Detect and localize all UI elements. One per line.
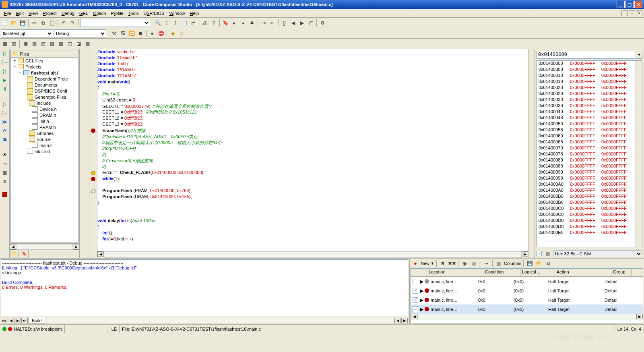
indent-icon[interactable]: ⇥ [260, 19, 268, 27]
tree-dspbios[interactable]: DSP/BIOS Confi [34, 89, 67, 93]
breakpoint-toggle-icon[interactable]: ● [148, 29, 156, 37]
bkpt-export-icon[interactable]: 💾 [526, 259, 534, 267]
view8-icon[interactable]: ◫ [66, 40, 74, 48]
menu-view[interactable]: View [26, 10, 41, 17]
tree-projectname[interactable]: flashtest.pjt ( [30, 70, 58, 75]
bkpt-import-icon[interactable]: 📂 [535, 259, 543, 267]
halt-icon[interactable]: ⏸ [1, 85, 8, 93]
doc-restore-button[interactable]: ▫ [629, 10, 635, 16]
bkpt-col-logical[interactable]: Logical… [520, 269, 555, 276]
output-hscroll-left[interactable]: ◀ [394, 318, 401, 323]
record-icon[interactable] [1, 191, 8, 198]
run-icon[interactable]: ▶ [1, 77, 8, 84]
bkpt-del-icon[interactable]: ✖ [439, 259, 447, 267]
compile-icon[interactable]: ⚒ [110, 29, 118, 37]
bkpt-col-group[interactable]: Group [611, 269, 632, 276]
editor-vscroll[interactable] [528, 49, 535, 258]
menu-debug[interactable]: Debug [59, 10, 77, 17]
output-tab-next[interactable]: ▶ [14, 318, 21, 323]
bookmark-prev-icon[interactable]: ◂ [239, 19, 247, 27]
probe-remove-icon[interactable]: ◇ [178, 29, 186, 37]
tree-file[interactable]: main.c [39, 143, 52, 148]
find-prev-icon[interactable]: ⤴ [171, 19, 180, 27]
tree-file[interactable]: PRAM.h [39, 125, 56, 130]
output-tab-last[interactable]: ⏭ [21, 318, 28, 323]
halt2-icon[interactable]: ✖ [1, 136, 8, 143]
view2-icon[interactable]: ▥ [10, 40, 18, 48]
open-file-icon[interactable]: 📂 [10, 19, 18, 27]
menu-edit[interactable]: Edit [14, 10, 26, 17]
probe-toggle-icon[interactable]: ◆ [169, 29, 177, 37]
watch-icon[interactable]: 👁 [1, 151, 8, 159]
tree-libs[interactable]: Libraries [36, 131, 54, 136]
search-combo[interactable] [80, 19, 150, 27]
find-icon[interactable]: 🔍 [154, 19, 162, 27]
output-hscroll-right[interactable]: ▶ [401, 318, 408, 323]
asm-step-over-icon[interactable]: {→ [1, 110, 8, 117]
menu-tools[interactable]: Tools [126, 10, 141, 17]
menu-window[interactable]: Window [167, 10, 187, 17]
view7-icon[interactable]: ▩ [57, 40, 65, 48]
tree-file[interactable]: DRAM.h [39, 113, 56, 118]
project-combo[interactable]: flashtest.pjt [1, 29, 53, 37]
memory-address-dropdown[interactable]: ▼ [636, 51, 642, 59]
gear-icon[interactable]: ⚙ [318, 19, 326, 27]
memory-view-icon[interactable]: ▦ [543, 250, 551, 258]
help-icon[interactable]: ? [210, 19, 218, 27]
editor-hscroll[interactable]: ◀▶ [97, 251, 528, 258]
match-brace-icon[interactable]: {} [280, 19, 288, 27]
close-button[interactable]: ✕ [634, 1, 642, 8]
breakpoint-remove-icon[interactable]: ⛔ [157, 29, 165, 37]
view4-icon[interactable]: ▤ [30, 40, 38, 48]
tree-file[interactable]: Device.h [39, 107, 57, 112]
copy-icon[interactable]: ⧉ [39, 19, 47, 27]
tree-file[interactable]: Init.h [39, 119, 49, 124]
tree-deps[interactable]: Dependent Proje [34, 77, 68, 81]
view5-icon[interactable]: ▧ [39, 40, 47, 48]
memory-address-input[interactable] [537, 51, 635, 59]
animate-icon[interactable]: ⟳ [1, 127, 8, 135]
find-infiles-icon[interactable]: 📑 [180, 19, 188, 27]
bkpt-col-location[interactable]: Location [427, 269, 483, 276]
bkpt-goto-icon[interactable]: ⇢ [482, 259, 490, 267]
bkpt-col-condition[interactable]: Condition [483, 269, 520, 276]
tree-genfiles[interactable]: Generated Files [34, 95, 66, 99]
bkpt-col-action[interactable]: Action [555, 269, 611, 276]
tree-docs[interactable]: Documents [34, 83, 57, 87]
nav-back-icon[interactable]: ◀ [289, 19, 297, 27]
view3-icon[interactable]: ▣ [21, 40, 29, 48]
tree-hscroll[interactable]: ◀▶ [10, 243, 79, 250]
output-body[interactable]: --------------------------- flashtest.pj… [1, 259, 408, 316]
menu-dspbios[interactable]: DSP/BIOS [141, 10, 167, 17]
step-over-icon[interactable]: {→ [1, 59, 8, 66]
outdent-icon[interactable]: ⇤ [268, 19, 277, 27]
bkpt-cols-icon[interactable]: ▦ [495, 259, 503, 267]
bookmark-next-icon[interactable]: ▸ [230, 19, 238, 27]
bkpt-disable-icon[interactable]: ◎ [470, 259, 478, 267]
editor-gutter[interactable] [89, 49, 97, 258]
step-into-icon[interactable]: {↓ [1, 50, 8, 57]
output-tab-first[interactable]: ⏮ [1, 318, 7, 323]
maximize-button[interactable]: ▢ [625, 1, 634, 8]
tree-include[interactable]: Include [36, 101, 51, 106]
paste-icon[interactable]: 📋 [48, 19, 56, 27]
bookmark-clear-icon[interactable]: ✖ [248, 19, 256, 27]
bkpt-col-checkbox[interactable] [411, 269, 427, 276]
menu-help[interactable]: Help [188, 10, 202, 17]
find-next-icon[interactable]: ⤵ [163, 19, 171, 27]
undo-icon[interactable]: ↶ [60, 19, 68, 27]
menu-option[interactable]: Option [91, 10, 108, 17]
view10-icon[interactable]: ▦ [83, 40, 91, 48]
breakpoints-table[interactable]: Location Condition Logical… Action Group… [411, 268, 643, 323]
bookmark-toggle-icon[interactable]: 🔖 [221, 19, 229, 27]
rebuild-icon[interactable]: 🔁 [128, 29, 136, 37]
build-icon[interactable]: 🏗 [119, 29, 127, 37]
tree-projects[interactable]: Projects [25, 64, 41, 69]
project-tree[interactable]: 📁Files +GEL files −Projects −flashtest.p… [10, 50, 78, 242]
tree-source[interactable]: Source [36, 137, 51, 142]
output-tab-build[interactable]: Build [28, 317, 45, 324]
memory-format-combo[interactable]: Hex 32 Bit - C Styl [553, 250, 642, 257]
tree-lnk[interactable]: lnk.cmd [34, 149, 50, 154]
memory-vscroll[interactable] [636, 61, 642, 247]
bkpt-opts-icon[interactable]: ⧉ [544, 259, 552, 267]
